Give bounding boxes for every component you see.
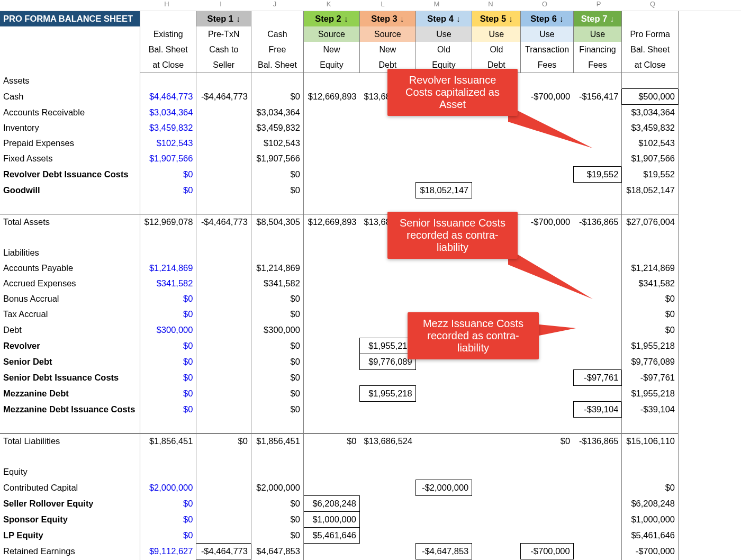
callout-mezz: Mezz Issuance Costs recorded as contra-l…: [408, 312, 539, 359]
row-total-assets[interactable]: Total Assets$12,969,078-$4,464,773$8,504…: [0, 214, 679, 230]
callout-senior: Senior Issuance Costs recorded as contra…: [387, 212, 518, 259]
callout-arrow-icon: [508, 249, 614, 312]
row-retained-earnings[interactable]: Retained Earnings$9,112,627-$4,464,773$4…: [0, 544, 679, 559]
step-3-header: Step 3 ↓: [360, 11, 416, 26]
header-row-1: Existing Pre-TxN Cash Source Source Use …: [0, 26, 679, 42]
row-contributed-capital[interactable]: Contributed Capital$2,000,000$2,000,000-…: [0, 480, 679, 496]
svg-marker-1: [508, 249, 593, 299]
step-7-header: Step 7 ↓: [573, 11, 622, 26]
row-senior-issuance[interactable]: Senior Debt Issuance Costs$0$0-$97,761-$…: [0, 370, 679, 386]
row-senior-debt[interactable]: Senior Debt$0$0$9,776,089$9,776,089: [0, 354, 679, 370]
callout-revolver: Revolver Issuance Costs capitalized as A…: [387, 69, 518, 116]
row-total-liabilities[interactable]: Total Liabilities$1,856,451$0$1,856,451$…: [0, 433, 679, 449]
title-row[interactable]: PRO FORMA BALANCE SHEET Step 1 ↓ Step 2 …: [0, 11, 679, 26]
row-mezz-issuance[interactable]: Mezzanine Debt Issuance Costs$0$0-$39,10…: [0, 402, 679, 418]
step-5-header: Step 5 ↓: [472, 11, 521, 26]
header-row-3: at Close Seller Bal. Sheet Equity Debt E…: [0, 57, 679, 73]
svg-marker-0: [508, 106, 593, 148]
row-revolver-issuance[interactable]: Revolver Debt Issuance Costs$0$0$19,552$…: [0, 167, 679, 183]
row-sponsor-equity[interactable]: Sponsor Equity$0$0$1,000,000$1,000,000: [0, 512, 679, 528]
spreadsheet-view: HI JK LM NO PQ PRO FORMA BALANCE SHEET S…: [0, 0, 741, 560]
callout-arrow-icon: [508, 106, 614, 164]
step-2-header: Step 2 ↓: [303, 11, 359, 26]
step-4-header: Step 4 ↓: [415, 11, 472, 26]
row-cash[interactable]: Cash$4,464,773-$4,464,773$0$12,669,893$1…: [0, 89, 679, 105]
column-letter-row: HI JK LM NO PQ: [0, 0, 741, 11]
equity-heading[interactable]: Equity: [0, 464, 679, 480]
step-6-header: Step 6 ↓: [521, 11, 573, 26]
sheet-title: PRO FORMA BALANCE SHEET: [0, 11, 140, 26]
header-row-2: Bal. Sheet Cash to Free New New Old Old …: [0, 42, 679, 57]
row-lp-equity[interactable]: LP Equity$0$0$5,461,646$5,461,646: [0, 528, 679, 544]
step-1-header: Step 1 ↓: [196, 11, 251, 26]
row-seller-rollover[interactable]: Seller Rollover Equity$0$0$6,208,248$6,2…: [0, 496, 679, 512]
row-goodwill[interactable]: Goodwill$0$0$18,052,147$18,052,147: [0, 183, 679, 198]
assets-heading[interactable]: Assets: [0, 73, 679, 89]
row-mezz-debt[interactable]: Mezzanine Debt$0$0$1,955,218$1,955,218: [0, 386, 679, 402]
